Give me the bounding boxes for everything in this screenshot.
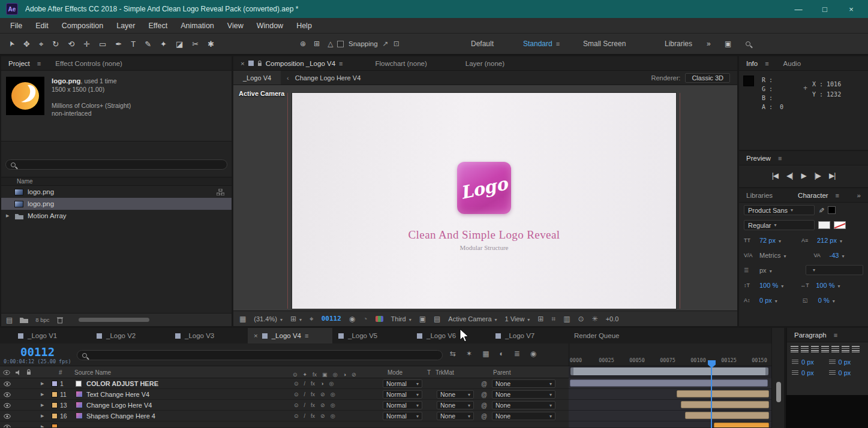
align-center-icon[interactable] (801, 346, 809, 352)
layer-switches[interactable]: ⊙/fx⊘◎ (294, 411, 335, 421)
layer-name[interactable]: Change Logo Here V4 (86, 400, 152, 411)
project-item-motion-array-folder[interactable]: ▶ Motion Array (1, 210, 232, 222)
space-before-value[interactable]: 0 px (801, 369, 814, 376)
composition-viewport[interactable]: Active Camera Logo Clean And Simple Logo… (233, 85, 737, 311)
active-color-swatch[interactable] (828, 206, 836, 214)
layer-switches[interactable]: ⊙/fx◑◎ (294, 378, 334, 389)
tab-project[interactable]: Project (1, 60, 48, 67)
track-row[interactable] (569, 411, 771, 421)
parent-select[interactable]: None (492, 401, 555, 409)
timeline-search-input[interactable] (77, 350, 443, 360)
layer-duration-bar[interactable] (685, 412, 769, 419)
tab-effect-controls[interactable]: Effect Controls (none) (48, 60, 130, 67)
stroke-style-select[interactable] (806, 265, 863, 275)
timeline-tab-logo-v1[interactable]: _Logo V1 (12, 328, 91, 343)
audio-column-icon[interactable] (16, 370, 21, 375)
layer-duration-bar[interactable] (570, 379, 768, 387)
timeline-tab-logo-v4[interactable]: _Logo V4 (248, 328, 332, 343)
project-search-input[interactable] (5, 159, 227, 170)
eye-icon[interactable] (4, 381, 11, 387)
layer-duration-bar[interactable] (681, 401, 769, 408)
lock-column-icon[interactable] (26, 369, 31, 375)
menu-window[interactable]: Window (250, 22, 290, 30)
layer-number-header[interactable]: # (59, 366, 62, 378)
stroke-color-swatch[interactable] (834, 221, 846, 229)
timeline-vertical-scrollbar[interactable] (776, 382, 781, 402)
font-style-select[interactable]: Regular (744, 220, 815, 230)
layer-duration-bar[interactable] (677, 390, 769, 397)
3d-layer-icon[interactable]: ⊘ (352, 372, 356, 378)
snap-frame-icon[interactable]: ⊡ (394, 40, 400, 48)
adjustment-icon[interactable]: ◑ (343, 372, 346, 378)
tab-character[interactable]: Character (791, 192, 846, 199)
show-channels-icon[interactable] (376, 316, 383, 322)
timeline-tab-logo-v7[interactable]: _Logo V7 (489, 328, 568, 343)
eraser-tool-icon[interactable]: ◪ (176, 40, 183, 48)
graph-editor-icon[interactable]: ◉ (530, 349, 536, 358)
exposure-value[interactable]: +0.0 (606, 315, 619, 322)
fast-previews-icon[interactable]: ⌗ (551, 315, 555, 323)
pixel-aspect-icon[interactable]: ⊞ (537, 315, 543, 323)
play-button[interactable]: ▶ (801, 171, 806, 180)
parent-select[interactable]: None (492, 412, 555, 420)
layer-color-chip[interactable] (52, 381, 58, 387)
project-bit-depth[interactable]: 8 bpc (35, 317, 49, 323)
tab-composition[interactable]: Composition _Logo V4 (233, 60, 350, 67)
layer-name[interactable]: Text Change Here V4 (86, 389, 149, 400)
next-frame-button[interactable]: |▶ (815, 171, 821, 180)
frame-blending-icon[interactable]: ◐ (499, 349, 503, 358)
layer-color-chip[interactable] (52, 402, 58, 408)
workspace-small-screen[interactable]: Small Screen (583, 34, 626, 54)
layer-color-chip[interactable] (52, 424, 58, 428)
layer-duration-bar[interactable] (714, 423, 769, 428)
project-item-logo-png-2[interactable]: logo.png (1, 198, 232, 210)
folder-expander-icon[interactable]: ▶ (6, 213, 11, 218)
previous-frame-button[interactable]: ◀| (786, 171, 792, 180)
font-family-select[interactable]: Product Sans (744, 205, 815, 215)
eye-icon[interactable] (4, 414, 11, 419)
menu-layer[interactable]: Layer (110, 22, 142, 30)
layer-name[interactable]: Shapes Change Here 4 (86, 411, 155, 421)
close-tab-ic[interactable] (241, 60, 245, 67)
shape-tool-icon[interactable]: ▭ (99, 40, 106, 48)
rotation-tool-icon[interactable]: ↻ (52, 40, 59, 48)
layer-switches[interactable]: ⊙/fx⊘◎ (294, 389, 335, 400)
panel-toggle-icon[interactable]: ▣ (725, 34, 731, 54)
layer-switches[interactable]: ⊙/fx⊘◎ (294, 400, 335, 411)
resolution-select[interactable]: Third (391, 315, 412, 322)
layer-expander-icon[interactable]: ▶ (41, 411, 46, 421)
parent-select[interactable]: None (492, 390, 555, 399)
workspace-default[interactable]: Default (471, 34, 494, 54)
new-folder-icon[interactable] (20, 317, 28, 323)
timeline-track-area[interactable] (569, 366, 771, 428)
region-of-interest-icon[interactable]: ⌖ (310, 315, 314, 323)
justify-last-center-icon[interactable] (831, 346, 839, 352)
search-workspace-icon[interactable] (746, 34, 750, 54)
timeline-tab-logo-v2[interactable]: _Logo V2 (91, 328, 169, 343)
pickwhip-icon[interactable]: @ (481, 378, 487, 389)
current-timecode[interactable]: 00112 (20, 345, 55, 358)
pan-behind-tool-icon[interactable]: ✛ (83, 40, 90, 48)
motion-blur-col-icon[interactable]: ◎ (333, 372, 338, 378)
trkmat-select[interactable]: None (437, 401, 474, 409)
menu-view[interactable]: View (221, 22, 250, 30)
grid-guides-icon[interactable]: ⊞ (290, 315, 302, 323)
target-region-icon[interactable]: ▣ (419, 315, 426, 323)
world-axis-icon[interactable]: ⊞ (314, 40, 320, 48)
hide-shy-layers-icon[interactable]: ▦ (482, 349, 489, 358)
clone-stamp-tool-icon[interactable]: ✦ (160, 40, 167, 48)
puppet-tool-icon[interactable]: ✱ (208, 40, 214, 48)
view-layout-select[interactable]: 1 View (505, 315, 530, 322)
current-time-indicator-line[interactable] (711, 364, 712, 428)
blend-mode-select[interactable]: Normal (383, 401, 422, 409)
last-frame-button[interactable]: ▶| (829, 171, 835, 180)
toggle-mask-paths-icon[interactable]: ▤ (434, 315, 440, 323)
transparency-grid-icon[interactable]: ▦ (239, 315, 246, 323)
trkmat-select[interactable]: None (437, 412, 474, 420)
blend-mode-select[interactable]: Normal (383, 390, 422, 399)
magnification-select[interactable]: (31.4%) (254, 315, 283, 322)
menu-composition[interactable]: Composition (55, 22, 110, 30)
maximize-button[interactable]: □ (814, 5, 836, 14)
timeline-tab-logo-v3[interactable]: _Logo V3 (169, 328, 248, 343)
trash-icon[interactable] (57, 317, 63, 324)
